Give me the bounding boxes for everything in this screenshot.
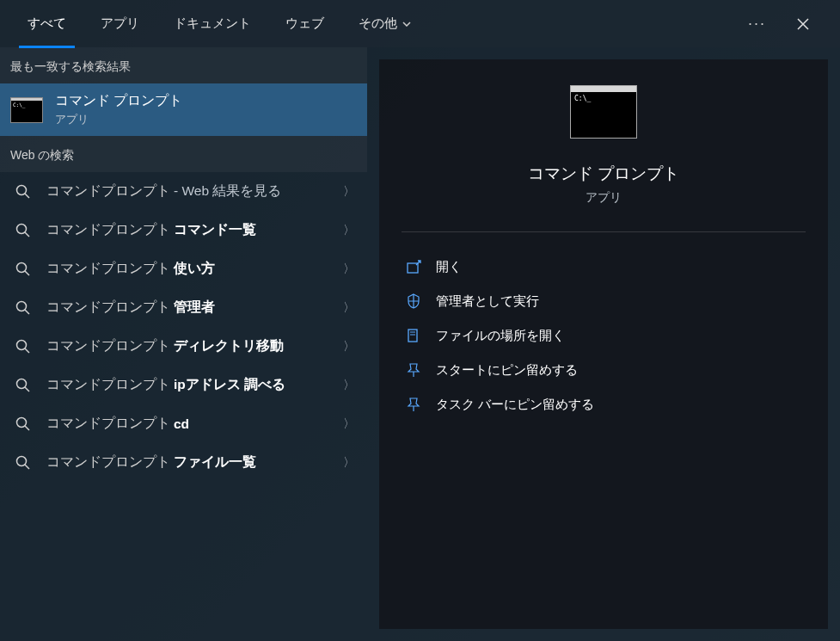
list-item-suffix: cd	[174, 416, 189, 432]
search-tabs: すべて アプリ ドキュメント ウェブ その他	[10, 2, 741, 46]
actions-list: 開く 管理者として実行 ファイルの場所を開く スタートにピン留めする タスク バ…	[402, 232, 806, 422]
chevron-right-icon: 〉	[343, 339, 355, 354]
more-options-button[interactable]: ···	[741, 8, 773, 40]
web-result-1[interactable]: コマンドプロンプト コマンド一覧 〉	[0, 211, 367, 250]
web-result-0[interactable]: コマンドプロンプト - Web 結果を見る 〉	[0, 172, 367, 211]
shield-icon	[405, 293, 422, 310]
action-open-location[interactable]: ファイルの場所を開く	[402, 318, 806, 353]
svg-line-1	[25, 194, 29, 198]
folder-icon	[405, 327, 422, 344]
svg-point-12	[17, 417, 27, 427]
chevron-right-icon: 〉	[343, 223, 355, 238]
list-item-suffix: ipアドレス 調べる	[174, 376, 285, 394]
cmd-prompt-icon	[10, 97, 43, 123]
list-item-suffix: ファイル一覧	[174, 453, 256, 472]
list-item-prefix: コマンドプロンプト	[46, 182, 170, 200]
tab-more-label: その他	[359, 15, 397, 32]
action-label: 管理者として実行	[436, 293, 539, 310]
action-label: スタートにピン留めする	[436, 362, 578, 379]
chevron-right-icon: 〉	[343, 184, 355, 200]
list-item-suffix: 管理者	[174, 299, 215, 317]
list-item-suffix: コマンド一覧	[174, 221, 256, 239]
svg-rect-17	[408, 330, 417, 342]
list-item-suffix: - Web 結果を見る	[174, 182, 281, 200]
result-subtitle: アプリ	[55, 112, 357, 127]
svg-point-14	[17, 456, 27, 465]
tab-more[interactable]: その他	[341, 2, 428, 46]
pin-icon	[405, 396, 422, 413]
preview-title: コマンド プロンプト	[528, 163, 679, 185]
svg-line-13	[25, 426, 29, 430]
list-item-prefix: コマンドプロンプト	[46, 453, 170, 472]
list-item-prefix: コマンドプロンプト	[46, 415, 170, 433]
result-title: コマンド プロンプト	[55, 92, 357, 110]
chevron-right-icon: 〉	[343, 416, 355, 432]
list-item-prefix: コマンドプロンプト	[46, 337, 170, 355]
web-result-2[interactable]: コマンドプロンプト 使い方 〉	[0, 250, 367, 288]
action-label: ファイルの場所を開く	[436, 328, 565, 344]
svg-point-6	[17, 301, 27, 311]
header-actions: ···	[741, 8, 830, 40]
tab-documents[interactable]: ドキュメント	[156, 2, 268, 46]
svg-line-7	[25, 310, 29, 314]
tab-all[interactable]: すべて	[10, 2, 83, 46]
web-result-4[interactable]: コマンドプロンプト ディレクトリ移動 〉	[0, 327, 367, 366]
action-pin-start[interactable]: スタートにピン留めする	[402, 353, 806, 387]
search-icon	[15, 184, 31, 200]
svg-line-11	[25, 387, 29, 391]
preview-header: コマンド プロンプト アプリ	[402, 85, 806, 232]
search-icon	[15, 262, 31, 277]
chevron-right-icon: 〉	[343, 300, 355, 316]
web-result-5[interactable]: コマンドプロンプト ipアドレス 調べる 〉	[0, 366, 367, 404]
web-result-7[interactable]: コマンドプロンプト ファイル一覧 〉	[0, 443, 367, 482]
close-icon	[797, 18, 809, 30]
chevron-right-icon: 〉	[343, 262, 355, 277]
close-button[interactable]	[790, 11, 816, 37]
search-icon	[15, 223, 31, 238]
search-icon	[15, 339, 31, 354]
search-icon	[15, 378, 31, 393]
search-icon	[15, 416, 31, 432]
list-item-suffix: ディレクトリ移動	[174, 337, 284, 355]
chevron-right-icon: 〉	[343, 378, 355, 393]
action-label: 開く	[436, 259, 462, 275]
open-icon	[405, 258, 422, 275]
results-panel: 最も一致する検索結果 コマンド プロンプト アプリ Web の検索 コマンドプロ…	[0, 47, 367, 641]
section-best-match: 最も一致する検索結果	[0, 47, 367, 83]
list-item-prefix: コマンドプロンプト	[46, 221, 170, 239]
svg-line-3	[25, 232, 29, 237]
section-web-search: Web の検索	[0, 136, 367, 172]
preview-panel: コマンド プロンプト アプリ 開く 管理者として実行 ファイルの場所を開く	[379, 59, 828, 629]
action-open[interactable]: 開く	[402, 250, 806, 284]
list-item-prefix: コマンドプロンプト	[46, 260, 170, 278]
chevron-down-icon	[402, 22, 411, 27]
cmd-prompt-large-icon	[570, 85, 637, 139]
action-label: タスク バーにピン留めする	[436, 397, 594, 413]
list-item-prefix: コマンドプロンプト	[46, 376, 170, 394]
tab-web[interactable]: ウェブ	[268, 2, 341, 46]
tab-apps[interactable]: アプリ	[83, 2, 156, 46]
web-result-6[interactable]: コマンドプロンプト cd 〉	[0, 404, 367, 443]
search-header: すべて アプリ ドキュメント ウェブ その他 ···	[0, 0, 840, 47]
svg-point-10	[17, 379, 27, 388]
chevron-right-icon: 〉	[343, 455, 355, 471]
svg-point-8	[17, 340, 27, 349]
svg-point-4	[17, 262, 27, 272]
svg-point-2	[17, 224, 27, 233]
list-item-prefix: コマンドプロンプト	[46, 299, 170, 317]
pin-icon	[405, 361, 422, 379]
svg-line-15	[25, 465, 29, 469]
action-pin-taskbar[interactable]: タスク バーにピン留めする	[402, 387, 806, 422]
svg-point-0	[17, 185, 27, 194]
preview-subtitle: アプリ	[586, 190, 622, 206]
web-result-3[interactable]: コマンドプロンプト 管理者 〉	[0, 288, 367, 327]
search-content: 最も一致する検索結果 コマンド プロンプト アプリ Web の検索 コマンドプロ…	[0, 47, 840, 641]
list-item-suffix: 使い方	[174, 260, 215, 278]
svg-line-9	[25, 348, 29, 353]
action-run-admin[interactable]: 管理者として実行	[402, 284, 806, 318]
best-match-item[interactable]: コマンド プロンプト アプリ	[0, 83, 367, 136]
result-text: コマンド プロンプト アプリ	[55, 92, 357, 127]
search-icon	[15, 300, 31, 316]
svg-line-5	[25, 271, 29, 275]
search-icon	[15, 455, 31, 471]
